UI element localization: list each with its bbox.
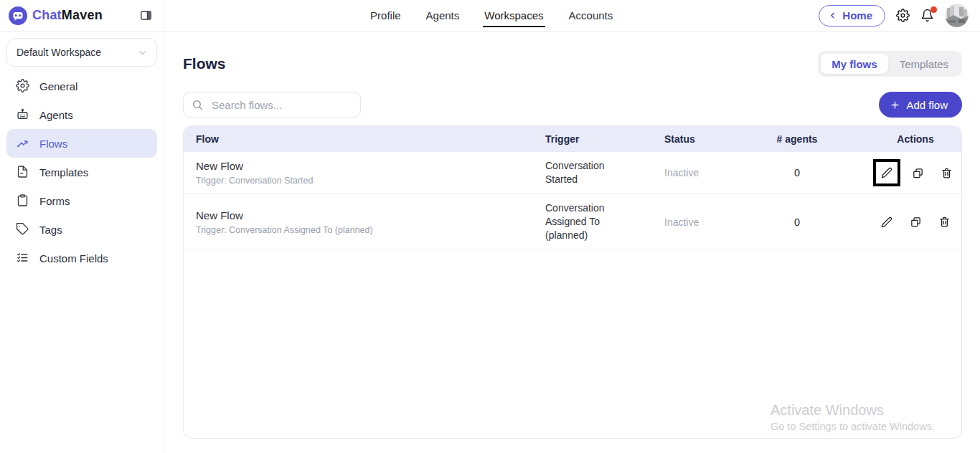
- sidebar-item-label: Forms: [39, 195, 70, 207]
- column-header-flow: Flow: [184, 133, 532, 145]
- column-header-trigger: Trigger: [532, 133, 649, 145]
- flow-actions: [837, 162, 961, 183]
- search-input[interactable]: [210, 98, 353, 112]
- flow-agent-count: 0: [757, 216, 837, 228]
- tab-profile[interactable]: Profile: [369, 0, 402, 31]
- workspace-selector[interactable]: Default Workspace: [6, 38, 157, 67]
- sidebar-collapse-icon[interactable]: [138, 7, 154, 24]
- sidebar-item-general[interactable]: General: [6, 72, 157, 100]
- trash-icon: [941, 167, 953, 179]
- flow-trigger: Conversation Assigned To (planned): [532, 201, 626, 242]
- sidebar-item-flows[interactable]: Flows: [6, 129, 157, 158]
- flow-cell: New Flow Trigger: Conversation Assigned …: [184, 209, 532, 235]
- sidebar-header: ChatMaven: [0, 0, 164, 31]
- notification-dot: [930, 6, 937, 13]
- view-toggle-my-flows[interactable]: My flows: [821, 54, 887, 74]
- sidebar-nav: GeneralAgentsFlowsTemplatesFormsTagsCust…: [6, 72, 157, 272]
- gear-icon: [16, 79, 30, 93]
- copy-icon: [910, 216, 922, 228]
- sidebar-item-label: Agents: [39, 109, 73, 121]
- brand-logo[interactable]: ChatMaven: [9, 6, 103, 25]
- copy-icon: [912, 167, 924, 179]
- sidebar-item-label: Custom Fields: [39, 252, 108, 264]
- pencil-icon: [881, 167, 892, 178]
- add-flow-button[interactable]: Add flow: [879, 92, 962, 118]
- table-body: New Flow Trigger: Conversation Started C…: [184, 152, 961, 250]
- table-header-row: FlowTriggerStatus# agentsActions: [184, 126, 961, 152]
- flow-trigger: Conversation Started: [532, 159, 626, 186]
- chevron-down-icon: [137, 47, 148, 58]
- delete-flow-button[interactable]: [938, 164, 955, 181]
- view-toggle: My flowsTemplates: [818, 51, 962, 77]
- watermark-subtitle: Go to Settings to activate Windows.: [771, 421, 935, 432]
- edit-flow-button[interactable]: [878, 214, 895, 231]
- chevron-left-icon: [828, 11, 837, 20]
- toolbar: Add flow: [183, 92, 962, 118]
- flow-name: New Flow: [196, 160, 532, 172]
- home-button[interactable]: Home: [819, 5, 885, 27]
- windows-activation-watermark: Activate Windows Go to Settings to activ…: [771, 402, 935, 432]
- trash-icon: [938, 216, 951, 228]
- table-row: New Flow Trigger: Conversation Started C…: [184, 152, 961, 194]
- column-header-status: Status: [649, 133, 757, 145]
- workspace-selector-label: Default Workspace: [17, 47, 101, 58]
- top-right-actions: Home: [819, 0, 980, 31]
- top-nav: ProfileAgentsWorkspacesAccounts: [164, 0, 819, 31]
- brand-name: ChatMaven: [32, 8, 103, 23]
- settings-gear-icon[interactable]: [896, 9, 910, 22]
- pencil-icon: [881, 216, 892, 228]
- top-header: ChatMaven ProfileAgentsWorkspacesAccount…: [0, 0, 980, 32]
- sidebar-item-label: Tags: [39, 224, 62, 236]
- clipboard-icon: [16, 194, 30, 208]
- sidebar-item-label: Flows: [39, 138, 67, 150]
- flow-status: Inactive: [649, 216, 757, 228]
- checklist-icon: [16, 251, 30, 265]
- plus-icon: [890, 100, 900, 110]
- sidebar-item-agents[interactable]: Agents: [6, 100, 157, 129]
- document-icon: [16, 165, 30, 179]
- tab-workspaces[interactable]: Workspaces: [483, 0, 545, 31]
- flow-name: New Flow: [196, 209, 532, 221]
- delete-flow-button[interactable]: [936, 214, 953, 231]
- search-box[interactable]: [183, 92, 361, 118]
- flow-trend-icon: [16, 136, 30, 151]
- flow-actions: [837, 214, 961, 231]
- flow-agent-count: 0: [757, 167, 837, 178]
- watermark-title: Activate Windows: [771, 402, 935, 419]
- view-toggle-templates[interactable]: Templates: [889, 54, 959, 74]
- sidebar-item-forms[interactable]: Forms: [6, 186, 157, 215]
- duplicate-flow-button[interactable]: [909, 164, 926, 181]
- flow-cell: New Flow Trigger: Conversation Started: [184, 160, 532, 186]
- tab-accounts[interactable]: Accounts: [567, 0, 615, 31]
- sidebar-item-tags[interactable]: Tags: [6, 215, 157, 244]
- flow-subtitle: Trigger: Conversation Assigned To (plann…: [196, 225, 532, 235]
- duplicate-flow-button[interactable]: [907, 214, 924, 231]
- main-content: Flows My flowsTemplates Add flow FlowTri…: [164, 32, 980, 453]
- flow-subtitle: Trigger: Conversation Started: [196, 176, 532, 186]
- tab-agents[interactable]: Agents: [425, 0, 461, 31]
- column-header-actions: Actions: [837, 133, 961, 145]
- column-header-agents: # agents: [757, 133, 837, 145]
- flow-status: Inactive: [649, 167, 757, 178]
- notifications-bell-icon[interactable]: [920, 9, 934, 22]
- search-icon: [192, 99, 204, 111]
- sidebar-item-custom-fields[interactable]: Custom Fields: [6, 244, 157, 272]
- user-avatar[interactable]: [945, 4, 969, 27]
- flows-table-card: FlowTriggerStatus# agentsActions New Flo…: [183, 125, 962, 439]
- sidebar-item-templates[interactable]: Templates: [6, 158, 157, 186]
- brand-logo-icon: [9, 6, 27, 25]
- tag-icon: [16, 222, 30, 237]
- edit-flow-button[interactable]: [876, 162, 897, 183]
- table-row: New Flow Trigger: Conversation Assigned …: [184, 194, 961, 250]
- sidebar-item-label: General: [39, 80, 77, 92]
- robot-icon: [16, 108, 30, 122]
- sidebar-item-label: Templates: [39, 166, 88, 178]
- sidebar: Default Workspace GeneralAgentsFlowsTemp…: [0, 32, 164, 453]
- page-title: Flows: [183, 55, 226, 72]
